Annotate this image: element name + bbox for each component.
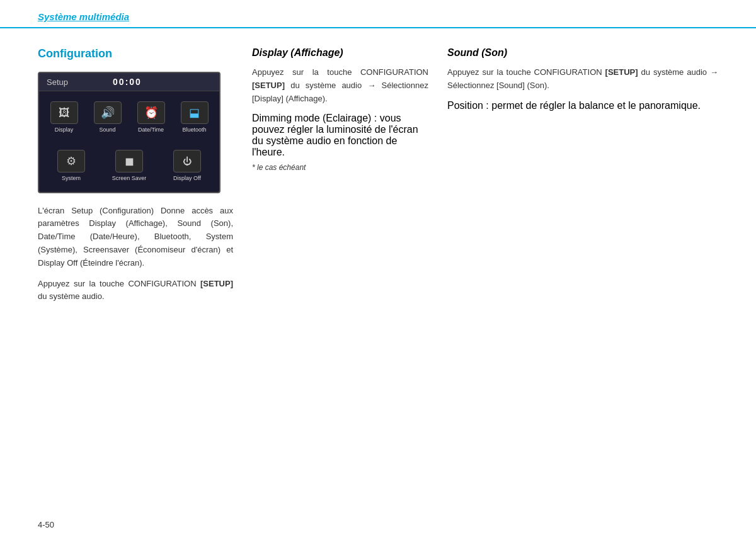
bluetooth-icon: ⬓ bbox=[181, 101, 209, 124]
middle-column: Display (Affichage) Appuyez sur la touch… bbox=[252, 47, 447, 303]
page-number: 4-50 bbox=[38, 520, 54, 529]
setup-label: Setup bbox=[47, 77, 68, 87]
system-label: System bbox=[62, 175, 81, 182]
display-icon: 🖼 bbox=[50, 101, 78, 124]
setup-time: 00:00 bbox=[113, 77, 142, 87]
right-bullet-list: Position : permet de régler la balance e… bbox=[447, 100, 718, 111]
left-body2-post: du système audio. bbox=[38, 291, 105, 301]
system-icon: ⚙ bbox=[57, 150, 85, 172]
icon-displayoff[interactable]: ⏻ Display Off bbox=[159, 146, 215, 186]
setup-icons-bottom: ⚙ System ◼ Screen Saver ⏻ Display Off bbox=[39, 144, 219, 192]
datetime-label: Date/Time bbox=[138, 127, 164, 133]
left-body2-pre: Appuyez sur la touche CONFIGURATION bbox=[38, 279, 200, 288]
sound-icon: 🔊 bbox=[94, 101, 122, 124]
right-intro: Appuyez sur la touche CONFIGURATION [SET… bbox=[447, 66, 718, 93]
header-title: Système multimédia bbox=[38, 11, 129, 22]
left-body2: Appuyez sur la touche CONFIGURATION [SET… bbox=[38, 278, 233, 304]
display-label: Display bbox=[55, 127, 74, 133]
middle-footnote: * le cas échéant bbox=[252, 163, 428, 172]
right-intro-bold: [SETUP] bbox=[605, 67, 638, 77]
displayoff-icon: ⏻ bbox=[173, 150, 201, 172]
page-header: Système multimédia bbox=[0, 0, 756, 28]
icon-sound[interactable]: 🔊 Sound bbox=[86, 98, 129, 137]
setup-screen: Setup 00:00 🖼 Display 🔊 Sound ⏰ Date/Tim… bbox=[38, 72, 220, 193]
right-column: Sound (Son) Appuyez sur la touche CONFIG… bbox=[447, 47, 718, 303]
icon-bluetooth[interactable]: ⬓ Bluetooth bbox=[173, 98, 215, 137]
mid-intro-bold: [SETUP] bbox=[252, 81, 285, 90]
bluetooth-label: Bluetooth bbox=[182, 127, 206, 133]
screensaver-icon: ◼ bbox=[115, 150, 143, 172]
displayoff-label: Display Off bbox=[173, 175, 201, 182]
screensaver-label: Screen Saver bbox=[112, 175, 147, 182]
left-body1: L'écran Setup (Configuration) Donne accè… bbox=[38, 205, 233, 270]
main-content: Configuration Setup 00:00 🖼 Display 🔊 So… bbox=[0, 28, 756, 322]
middle-title: Display (Affichage) bbox=[252, 47, 428, 59]
right-title: Sound (Son) bbox=[447, 47, 718, 59]
datetime-icon: ⏰ bbox=[137, 101, 165, 124]
mid-intro-pre: Appuyez sur la touche CONFIGURATION bbox=[252, 67, 428, 77]
setup-icons-top: 🖼 Display 🔊 Sound ⏰ Date/Time ⬓ Bluetoot… bbox=[39, 91, 219, 144]
middle-bullet-list: Dimming mode (Eclairage) : vous pouvez r… bbox=[252, 113, 428, 158]
icon-screensaver[interactable]: ◼ Screen Saver bbox=[101, 146, 158, 186]
icon-system[interactable]: ⚙ System bbox=[43, 146, 100, 186]
section-title: Configuration bbox=[38, 47, 233, 60]
left-body2-bold: [SETUP] bbox=[200, 279, 233, 288]
setup-header: Setup 00:00 bbox=[39, 73, 219, 91]
right-intro-pre: Appuyez sur la touche CONFIGURATION bbox=[447, 67, 605, 77]
sound-label: Sound bbox=[99, 127, 115, 133]
icon-datetime[interactable]: ⏰ Date/Time bbox=[130, 98, 172, 137]
middle-intro: Appuyez sur la touche CONFIGURATION [SET… bbox=[252, 66, 428, 105]
icon-display[interactable]: 🖼 Display bbox=[43, 98, 85, 137]
left-column: Configuration Setup 00:00 🖼 Display 🔊 So… bbox=[38, 47, 252, 303]
